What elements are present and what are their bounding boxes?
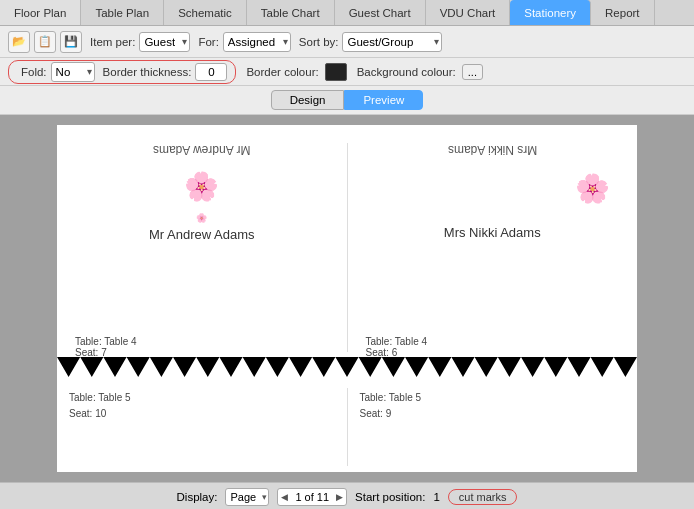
bottom-card-right: Table: Table 5 Seat: 9 — [348, 382, 638, 472]
footer-bar: Display: Page ◀ 1 of 11 ▶ Start position… — [0, 482, 694, 509]
background-colour-button[interactable]: ... — [462, 64, 483, 80]
start-position-label: Start position: — [355, 491, 425, 503]
name-right-left: Mr Andrew Adams — [149, 227, 255, 242]
card-left: Mr Andrew Adams 🌸 🌸 Mr Andrew Adams Tabl… — [57, 133, 347, 362]
tab-stationery[interactable]: Stationery — [510, 0, 591, 25]
flower-right-top: 🌸 — [567, 163, 617, 213]
tab-schematic[interactable]: Schematic — [164, 0, 247, 25]
display-select[interactable]: Page — [225, 488, 269, 506]
table-right: Table: Table 4 — [366, 336, 628, 347]
sort-by-select[interactable]: Guest/Group — [342, 32, 442, 52]
toolbar-row1: 📂 📋 💾 Item per: Guest For: Assigned Sort… — [0, 26, 694, 58]
design-button[interactable]: Design — [271, 90, 345, 110]
icon-save[interactable]: 💾 — [60, 31, 82, 53]
fold-label: Fold: — [21, 66, 47, 78]
seat-left: Seat: 7 — [75, 347, 337, 358]
tab-guest-chart[interactable]: Guest Chart — [335, 0, 426, 25]
tab-floor-plan[interactable]: Floor Plan — [0, 0, 81, 25]
page-number: 1 of 11 — [291, 491, 333, 503]
design-preview-row: Design Preview — [0, 86, 694, 115]
flower-left-mid: 🌸 — [196, 213, 207, 223]
main-content: Mr Andrew Adams 🌸 🌸 Mr Andrew Adams Tabl… — [0, 115, 694, 482]
name-upside-right: Mrs Nikki Adams — [448, 143, 537, 157]
for-label: For: — [198, 36, 218, 48]
display-label: Display: — [177, 491, 218, 503]
bottom-section: Table: Table 5 Seat: 10 Table: Table 5 S… — [57, 382, 637, 472]
bottom-seat-right: Seat: 9 — [360, 406, 626, 422]
toolbar-row2: Fold: No Border thickness: Border colour… — [0, 58, 694, 86]
name-upside-left: Mr Andrew Adams — [153, 143, 250, 157]
seat-right: Seat: 6 — [366, 347, 628, 358]
bottom-table-left: Table: Table 5 — [69, 390, 335, 406]
bottom-table-right: Table: Table 5 — [360, 390, 626, 406]
background-colour-label: Background colour: — [357, 66, 456, 78]
bottom-seat-left: Seat: 10 — [69, 406, 335, 422]
page-next-arrow[interactable]: ▶ — [333, 492, 346, 502]
for-select[interactable]: Assigned — [223, 32, 291, 52]
stationery-page: Mr Andrew Adams 🌸 🌸 Mr Andrew Adams Tabl… — [57, 125, 637, 472]
page-nav: ◀ 1 of 11 ▶ — [277, 488, 347, 506]
tab-table-plan[interactable]: Table Plan — [81, 0, 164, 25]
fold-select[interactable]: No — [51, 62, 95, 82]
cut-marks-button[interactable]: cut marks — [448, 489, 518, 505]
tab-table-chart[interactable]: Table Chart — [247, 0, 335, 25]
card-right: Mrs Nikki Adams 🌸 Mrs Nikki Adams Table:… — [348, 133, 638, 362]
tear-line — [57, 357, 637, 377]
tab-vdu-chart[interactable]: VDU Chart — [426, 0, 511, 25]
border-colour-picker[interactable] — [325, 63, 347, 81]
border-thickness-label: Border thickness: — [103, 66, 192, 78]
sort-by-select-wrapper: Guest/Group — [342, 32, 442, 52]
name-right-right: Mrs Nikki Adams — [444, 225, 541, 240]
border-thickness-input[interactable] — [195, 63, 227, 81]
start-position-value: 1 — [433, 491, 439, 503]
preview-button[interactable]: Preview — [344, 90, 423, 110]
item-per-select-wrapper: Guest — [139, 32, 190, 52]
nav-tabs: Floor Plan Table Plan Schematic Table Ch… — [0, 0, 694, 26]
item-per-select[interactable]: Guest — [139, 32, 190, 52]
fold-select-wrapper: No — [51, 62, 95, 82]
display-select-wrapper: Page — [225, 488, 269, 506]
sort-by-label: Sort by: — [299, 36, 339, 48]
border-colour-label: Border colour: — [246, 66, 318, 78]
item-per-label: Item per: — [90, 36, 135, 48]
icon-open[interactable]: 📂 — [8, 31, 30, 53]
icon-copy[interactable]: 📋 — [34, 31, 56, 53]
fold-group: Fold: No Border thickness: — [8, 60, 236, 84]
flower-left-top: 🌸 — [177, 161, 227, 211]
page-prev-arrow[interactable]: ◀ — [278, 492, 291, 502]
bottom-card-left: Table: Table 5 Seat: 10 — [57, 382, 347, 472]
for-select-wrapper: Assigned — [223, 32, 291, 52]
upper-cards: Mr Andrew Adams 🌸 🌸 Mr Andrew Adams Tabl… — [57, 125, 637, 362]
tab-report[interactable]: Report — [591, 0, 655, 25]
table-left: Table: Table 4 — [75, 336, 337, 347]
